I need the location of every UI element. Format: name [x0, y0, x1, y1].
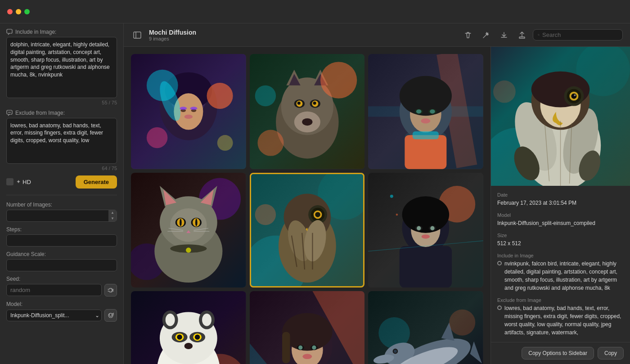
model-group: Model: Inkpunk-Diffusion_split... ⌄ — [6, 301, 117, 322]
detail-size-field: Size 512 x 512 — [497, 233, 624, 247]
sidebar: Include in Image: dolphin, intricate, el… — [0, 23, 124, 364]
hd-star-icon: ✦ — [16, 179, 21, 185]
refresh-icon — [108, 312, 114, 319]
image-cell-6[interactable] — [368, 173, 483, 288]
title-bar — [0, 0, 630, 23]
download-button[interactable] — [497, 28, 511, 42]
exclude-textarea[interactable]: lowres, bad anatomy, bad hands, text, er… — [6, 118, 117, 164]
svg-point-21 — [184, 115, 193, 119]
close-button[interactable] — [7, 9, 13, 14]
gallery-and-detail: Date February 17, 2023 at 3:01:54 PM Mod… — [124, 47, 630, 364]
seed-input[interactable] — [6, 284, 102, 296]
svg-point-39 — [257, 130, 284, 156]
detail-footer: Copy Options to Sidebar Copy — [491, 342, 630, 364]
svg-point-153 — [449, 310, 475, 336]
svg-point-124 — [184, 343, 193, 349]
image-cell-8[interactable] — [250, 291, 365, 364]
num-images-input[interactable]: 5 — [7, 210, 108, 221]
svg-point-88 — [315, 212, 320, 217]
svg-point-106 — [422, 234, 430, 238]
exclude-label: Exclude from Image: — [6, 110, 117, 116]
include-section: Include in Image: dolphin, intricate, el… — [6, 29, 117, 105]
svg-point-51 — [416, 109, 422, 113]
num-images-stepper[interactable]: 5 ▲ ▼ — [6, 210, 117, 222]
minimize-button[interactable] — [16, 9, 21, 14]
detail-info: Date February 17, 2023 at 3:01:54 PM Mod… — [491, 186, 630, 342]
hd-checkbox[interactable] — [6, 178, 14, 185]
seed-random-button[interactable] — [104, 284, 117, 297]
header-subtitle: 9 images — [149, 36, 455, 41]
svg-rect-5 — [134, 32, 141, 38]
sidebar-toggle-button[interactable] — [131, 29, 144, 41]
stepper-up-button[interactable]: ▲ — [108, 210, 117, 216]
svg-line-8 — [539, 35, 540, 36]
copy-options-button[interactable]: Copy Options to Sidebar — [522, 347, 594, 360]
image-cell-9[interactable] — [368, 291, 483, 364]
detail-include-dot — [497, 261, 502, 265]
header-title: Mochi Diffusion — [149, 29, 455, 36]
svg-point-40 — [255, 85, 275, 106]
main-content: Mochi Diffusion 9 images — [124, 23, 630, 364]
image-cell-3[interactable] — [368, 54, 483, 169]
svg-point-139 — [302, 354, 312, 360]
model-refresh-button[interactable] — [104, 309, 117, 322]
image-cell-4[interactable] — [131, 173, 246, 288]
detail-exclude-field: Exclude from Image lowres, bad anatomy, … — [497, 297, 624, 337]
hd-toggle[interactable]: ✦ HD — [6, 178, 72, 185]
detail-include-field: Include in Image nvinkpunk, falcon bird,… — [497, 253, 624, 292]
svg-point-122 — [177, 335, 182, 340]
svg-point-23 — [190, 107, 197, 110]
include-textarea[interactable]: dolphin, intricate, elegant, highly deta… — [6, 37, 117, 98]
seed-label: Seed: — [6, 276, 117, 282]
exclude-char-count: 64 / 75 — [6, 166, 117, 171]
svg-point-104 — [417, 226, 421, 230]
include-char-count: 55 / 75 — [6, 100, 117, 105]
model-label: Model: — [6, 301, 117, 307]
image-cell-2[interactable] — [250, 54, 365, 169]
generate-button[interactable]: Generate — [76, 175, 117, 189]
guidance-group: Guidance Scale: 9.0 — [6, 251, 117, 271]
stepper-down-button[interactable]: ▼ — [108, 216, 117, 221]
svg-point-169 — [571, 94, 576, 99]
magic-button[interactable] — [479, 28, 493, 42]
svg-point-91 — [255, 204, 275, 225]
exclude-section: Exclude from Image: lowres, bad anatomy,… — [6, 110, 117, 171]
gallery-area — [124, 47, 490, 364]
detail-exclude-dot — [497, 306, 502, 310]
num-images-label: Number of Images: — [6, 202, 117, 208]
detail-exclude-value: lowres, bad anatomy, bad hands, text, er… — [504, 304, 624, 337]
image-cell-1[interactable] — [131, 54, 246, 169]
copy-button[interactable]: Copy — [598, 347, 624, 360]
detail-size-label: Size — [497, 233, 624, 238]
detail-include-value: nvinkpunk, falcon bird, intricate, elega… — [504, 260, 624, 292]
image-cell-5[interactable] — [250, 173, 365, 288]
search-input[interactable] — [542, 31, 618, 38]
model-select[interactable]: Inkpunk-Diffusion_split... ⌄ — [6, 310, 102, 321]
svg-point-52 — [430, 109, 435, 113]
svg-point-16 — [147, 127, 167, 148]
svg-point-66 — [186, 247, 191, 253]
detail-size-value: 512 x 512 — [497, 239, 624, 247]
chevron-down-icon: ⌄ — [95, 312, 99, 319]
share-button[interactable] — [515, 28, 529, 42]
svg-point-105 — [431, 226, 435, 230]
svg-rect-53 — [405, 135, 447, 169]
detail-date-field: Date February 17, 2023 at 3:01:54 PM — [497, 192, 624, 207]
steps-input[interactable]: 12 — [6, 234, 117, 247]
share-icon — [518, 31, 526, 39]
image-cell-7[interactable] — [131, 291, 246, 364]
svg-rect-54 — [413, 131, 439, 139]
detail-model-label: Model — [497, 212, 624, 218]
guidance-label: Guidance Scale: — [6, 251, 117, 257]
hd-label: ✦ HD — [16, 179, 31, 185]
shuffle-icon — [108, 287, 114, 293]
content-header: Mochi Diffusion 9 images — [124, 23, 630, 47]
guidance-input[interactable]: 9.0 — [6, 259, 117, 271]
num-images-group: Number of Images: 5 ▲ ▼ — [6, 202, 117, 222]
fullscreen-button[interactable] — [24, 9, 30, 14]
search-box[interactable] — [533, 29, 623, 40]
svg-point-17 — [217, 135, 233, 151]
delete-button[interactable] — [461, 28, 475, 42]
stepper-arrows: ▲ ▼ — [108, 210, 117, 221]
svg-point-152 — [394, 350, 397, 353]
